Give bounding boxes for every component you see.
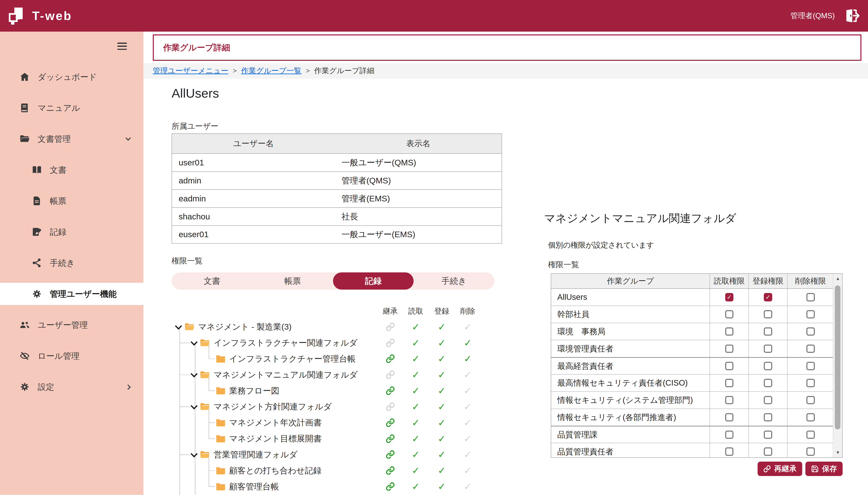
tree-col-inherit: 継承 — [378, 306, 402, 316]
register-permission-checkbox[interactable] — [764, 413, 772, 422]
delete-permission-checkbox[interactable] — [806, 327, 815, 336]
sidebar-item-document-management[interactable]: 文書管理 — [0, 128, 143, 150]
expand-arrow-icon[interactable] — [191, 450, 197, 457]
sidebar-item-records[interactable]: 記録 — [0, 221, 143, 243]
tree-row[interactable]: マネジメント目標展開書 — [172, 431, 504, 447]
tree-row[interactable]: インフラストラクチャー関連フォルダ — [172, 335, 504, 351]
sidebar-item-settings[interactable]: 設定 — [0, 376, 143, 398]
register-permission-checkbox[interactable] — [764, 310, 772, 319]
brand[interactable]: T-web — [6, 7, 72, 25]
delete-check — [456, 463, 480, 479]
tree-row[interactable]: マネジメント年次計画書 — [172, 415, 504, 431]
folder-label[interactable]: インフラストラクチャー管理台帳 — [229, 353, 355, 364]
folder-label[interactable]: マネジメント年次計画書 — [229, 417, 322, 428]
register-permission-checkbox[interactable] — [764, 345, 772, 353]
folder-detail-note: 個別の権限が設定されています — [548, 240, 654, 250]
delete-permission-checkbox[interactable] — [806, 413, 815, 422]
tab-label: 帳票 — [284, 275, 301, 287]
scrollbar[interactable]: ▲ ▼ — [833, 274, 842, 457]
group-permissions-table: 作業グループ 読取権限 登録権限 削除権限 AllUsers 幹部社員 環境 事… — [551, 273, 843, 458]
folder-label[interactable]: 顧客管理台帳 — [229, 481, 279, 492]
register-permission-checkbox[interactable] — [764, 293, 772, 302]
tab-records[interactable]: 記録 — [333, 272, 414, 290]
expand-arrow-icon[interactable] — [191, 339, 197, 346]
group-name: 環境管理責任者 — [551, 340, 710, 357]
expand-arrow-icon[interactable] — [191, 403, 197, 409]
expand-arrow-icon[interactable] — [175, 323, 182, 329]
folder-label[interactable]: 営業管理関連フォルダ — [213, 449, 297, 460]
tab-forms[interactable]: 帳票 — [252, 272, 333, 290]
table-row: 品質管理責任者 — [551, 443, 834, 458]
sidebar-item-dashboard[interactable]: ダッシュボード — [0, 66, 143, 88]
register-permission-checkbox[interactable] — [764, 447, 772, 456]
read-permission-checkbox[interactable] — [725, 345, 734, 353]
read-permission-checkbox[interactable] — [725, 293, 734, 302]
read-permission-checkbox[interactable] — [725, 396, 734, 405]
expand-arrow-icon[interactable] — [191, 370, 197, 377]
scroll-up-icon[interactable]: ▲ — [833, 274, 843, 283]
sidebar-item-manual[interactable]: マニュアル — [0, 97, 143, 119]
register-permission-checkbox[interactable] — [764, 396, 772, 405]
tree-row[interactable]: マネジメント方針関連フォルダ — [172, 399, 504, 415]
logout-icon[interactable] — [844, 7, 860, 24]
tree-row[interactable]: インフラストラクチャー管理台帳 — [172, 351, 504, 367]
delete-permission-checkbox[interactable] — [806, 431, 815, 439]
sidebar-item-label: 帳票 — [50, 195, 66, 207]
register-permission-checkbox[interactable] — [764, 379, 772, 387]
sidebar-item-admin-user-functions[interactable]: 管理ユーザー機能 — [0, 283, 143, 305]
tab-documents[interactable]: 文書 — [172, 272, 252, 290]
read-permission-checkbox[interactable] — [725, 413, 734, 422]
register-permission-checkbox[interactable] — [764, 327, 772, 336]
folder-label[interactable]: インフラストラクチャー関連フォルダ — [213, 337, 358, 348]
folder-label[interactable]: マネジメント - 製造業(3) — [198, 321, 292, 332]
read-permission-checkbox[interactable] — [725, 379, 734, 387]
tree-row[interactable]: 顧客管理台帳 — [172, 479, 504, 495]
scroll-down-icon[interactable]: ▼ — [833, 448, 843, 457]
scrollbar-thumb[interactable] — [835, 285, 840, 429]
delete-permission-checkbox[interactable] — [806, 379, 815, 387]
folder-label[interactable]: 顧客との打ち合わせ記録 — [229, 465, 322, 476]
read-permission-checkbox[interactable] — [725, 327, 734, 336]
read-permission-checkbox[interactable] — [725, 431, 734, 439]
inherit-link-icon — [378, 415, 402, 431]
register-permission-checkbox[interactable] — [764, 362, 772, 370]
menu-toggle-icon[interactable] — [117, 42, 127, 50]
tree-row[interactable]: 業務フロー図 — [172, 383, 504, 399]
col-read-permission: 読取権限 — [710, 274, 749, 288]
folder-label[interactable]: マネジメント方針関連フォルダ — [213, 401, 332, 412]
delete-permission-checkbox[interactable] — [806, 310, 815, 319]
breadcrumb-separator: > — [233, 67, 237, 74]
tree-row[interactable]: 顧客との打ち合わせ記録 — [172, 463, 504, 479]
sidebar-item-documents[interactable]: 文書 — [0, 159, 143, 181]
read-permission-checkbox[interactable] — [725, 310, 734, 319]
folder-label[interactable]: マネジメントマニュアル関連フォルダ — [213, 369, 358, 380]
sidebar-item-role-management[interactable]: ロール管理 — [0, 345, 143, 367]
folder-detail-title: マネジメントマニュアル関連フォルダ — [544, 211, 736, 226]
inherit-link-icon — [378, 351, 402, 367]
sidebar-item-user-management[interactable]: ユーザー管理 — [0, 314, 143, 336]
save-button[interactable]: 保存 — [805, 462, 843, 476]
folder-icon — [215, 434, 226, 443]
sidebar-item-forms[interactable]: 帳票 — [0, 190, 143, 212]
tree-row[interactable]: 営業管理関連フォルダ — [172, 447, 504, 463]
folder-icon — [215, 354, 226, 363]
read-permission-checkbox[interactable] — [725, 447, 734, 456]
tab-procedures[interactable]: 手続き — [414, 272, 494, 290]
inherit-link-icon — [378, 383, 402, 399]
tree-row[interactable]: マネジメントマニュアル関連フォルダ — [172, 367, 504, 383]
delete-permission-checkbox[interactable] — [806, 396, 815, 405]
breadcrumb-link-group-list[interactable]: 作業グループ一覧 — [241, 66, 301, 76]
breadcrumb-link-admin-menu[interactable]: 管理ユーザーメニュー — [153, 66, 228, 76]
delete-permission-checkbox[interactable] — [806, 345, 815, 353]
delete-permission-checkbox[interactable] — [806, 293, 815, 302]
reinherit-button[interactable]: 再継承 — [758, 462, 802, 476]
folder-label[interactable]: 業務フロー図 — [229, 385, 279, 396]
delete-permission-checkbox[interactable] — [806, 447, 815, 456]
tree-row[interactable]: マネジメント - 製造業(3) — [172, 319, 504, 335]
delete-permission-checkbox[interactable] — [806, 362, 815, 370]
register-permission-checkbox[interactable] — [764, 431, 772, 439]
read-permission-checkbox[interactable] — [725, 362, 734, 370]
table-header-row: 作業グループ 読取権限 登録権限 削除権限 — [551, 274, 834, 289]
sidebar-item-procedures[interactable]: 手続き — [0, 252, 143, 274]
folder-label[interactable]: マネジメント目標展開書 — [229, 433, 322, 444]
